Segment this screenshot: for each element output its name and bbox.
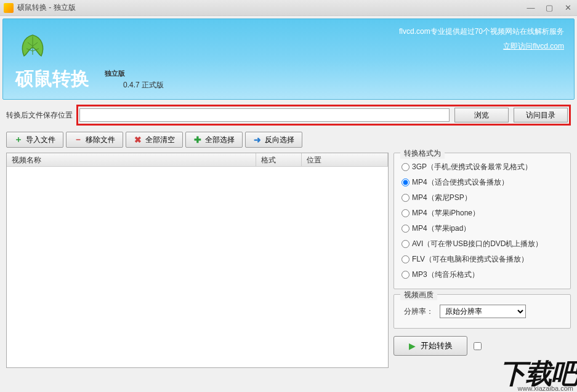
file-list[interactable]: 视频名称 格式 位置 [6,153,389,368]
banner-tagline: flvcd.com专业提供超过70个视频网站在线解析服务 [399,26,564,37]
toolbar: ＋ 导入文件 － 移除文件 ✖ 全部清空 ✚ 全部选择 ➜ 反向选择 [2,130,575,153]
format-radio-mp4-ipad[interactable] [401,225,410,233]
window-title: 硕鼠转换 - 独立版 [17,2,76,13]
import-button[interactable]: ＋ 导入文件 [6,132,63,148]
column-location[interactable]: 位置 [302,153,388,166]
resolution-select[interactable]: 原始分辨率 [440,305,526,318]
invert-icon: ➜ [253,135,262,144]
import-label: 导入文件 [26,135,55,145]
highlight-annotation: 浏览 访问目录 [76,105,571,126]
format-option-mp4-iphone[interactable]: MP4（苹果iPhone） [401,206,563,221]
start-convert-button[interactable]: ▶ 开始转换 [393,336,467,356]
remove-label: 移除文件 [86,135,115,145]
banner: flvcd.com专业提供超过70个视频网站在线解析服务 立即访问flvcd.c… [2,18,575,100]
format-label: FLV（可在电脑和便携式设备播放） [412,254,528,265]
invert-selection-button[interactable]: ➜ 反向选择 [245,132,302,148]
format-label: AVI（可在带USB接口的DVD机上播放） [412,239,543,249]
option-checkbox[interactable] [474,340,482,353]
start-label: 开始转换 [421,340,453,351]
format-radio-mp4-portable[interactable] [401,178,410,186]
format-label: MP4（苹果iPhone） [412,208,480,218]
format-label: MP4（适合便携式设备播放） [412,177,509,188]
remove-button[interactable]: － 移除文件 [66,132,123,148]
banner-link[interactable]: 立即访问flvcd.com [503,41,564,52]
format-label: MP3（纯音乐格式） [412,270,479,280]
format-group: 转换格式为 3GP（手机,便携式设备最常见格式）MP4（适合便携式设备播放）MP… [393,153,571,289]
remove-icon: － [74,135,83,144]
format-option-flv[interactable]: FLV（可在电脑和便携式设备播放） [401,252,563,267]
format-label: MP4（苹果ipad） [412,223,470,234]
clear-button[interactable]: ✖ 全部清空 [126,132,183,148]
minimize-button[interactable]: — [525,4,536,12]
clear-icon: ✖ [134,135,142,144]
column-name[interactable]: 视频名称 [7,153,256,166]
save-path-label: 转换后文件保存位置 [6,110,73,121]
import-icon: ＋ [14,135,23,144]
browse-button[interactable]: 浏览 [454,108,509,122]
play-icon: ▶ [409,341,416,351]
app-version: 0.4.7 正式版 [123,80,164,90]
format-group-title: 转换格式为 [400,148,445,159]
clear-label: 全部清空 [145,135,175,145]
quality-group-title: 视频画质 [400,290,437,300]
format-radio-avi[interactable] [401,240,410,248]
select-all-button[interactable]: ✚ 全部选择 [185,132,243,148]
format-option-avi[interactable]: AVI（可在带USB接口的DVD机上播放） [401,236,563,252]
resolution-label: 分辨率： [404,306,434,317]
app-edition: 独立版 [105,69,125,78]
format-option-mp3[interactable]: MP3（纯音乐格式） [401,267,563,282]
column-format[interactable]: 格式 [256,153,302,166]
leaf-icon [15,30,50,65]
format-label: MP4（索尼PSP） [412,193,472,203]
format-radio-3gp[interactable] [401,163,410,171]
format-option-3gp[interactable]: 3GP（手机,便携式设备最常见格式） [401,159,563,175]
invert-label: 反向选择 [265,135,294,145]
format-radio-mp4-iphone[interactable] [401,209,410,217]
format-label: 3GP（手机,便携式设备最常见格式） [412,162,532,172]
close-button[interactable]: ✕ [562,4,573,12]
titlebar: 硕鼠转换 - 独立版 — ▢ ✕ [0,0,577,16]
open-dir-button[interactable]: 访问目录 [514,108,568,122]
format-radio-mp4-psp[interactable] [401,194,410,202]
app-icon [4,3,14,13]
format-option-mp4-psp[interactable]: MP4（索尼PSP） [401,190,563,206]
maximize-button[interactable]: ▢ [544,4,555,12]
format-radio-flv[interactable] [401,255,410,263]
list-header: 视频名称 格式 位置 [7,153,388,167]
quality-group: 视频画质 分辨率： 原始分辨率 [393,294,571,329]
format-option-mp4-ipad[interactable]: MP4（苹果ipad） [401,221,563,236]
select-all-icon: ✚ [193,135,202,144]
select-all-label: 全部选择 [205,135,235,145]
app-title: 硕鼠转换 [15,66,89,92]
format-radio-mp3[interactable] [401,271,410,279]
save-path-input[interactable] [79,108,450,122]
format-option-mp4-portable[interactable]: MP4（适合便携式设备播放） [401,175,563,190]
